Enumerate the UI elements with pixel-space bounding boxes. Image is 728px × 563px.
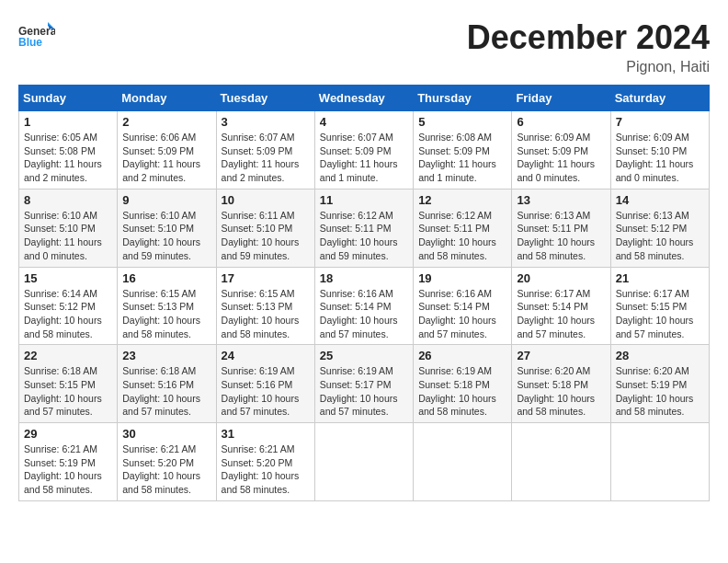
day-number: 11 bbox=[320, 193, 408, 207]
day-number: 29 bbox=[24, 427, 112, 441]
calendar-cell: 14 Sunrise: 6:13 AMSunset: 5:12 PMDaylig… bbox=[610, 189, 709, 267]
calendar-cell: 8 Sunrise: 6:10 AMSunset: 5:10 PMDayligh… bbox=[19, 189, 118, 267]
calendar-cell: 24 Sunrise: 6:19 AMSunset: 5:16 PMDaylig… bbox=[216, 345, 314, 423]
weekday-header-row: SundayMondayTuesdayWednesdayThursdayFrid… bbox=[19, 86, 710, 111]
day-number: 12 bbox=[418, 193, 506, 207]
day-info: Sunrise: 6:09 AMSunset: 5:09 PMDaylight:… bbox=[517, 131, 605, 185]
day-number: 4 bbox=[320, 115, 408, 129]
week-row-3: 15 Sunrise: 6:14 AMSunset: 5:12 PMDaylig… bbox=[19, 267, 710, 345]
calendar-cell: 9 Sunrise: 6:10 AMSunset: 5:10 PMDayligh… bbox=[118, 189, 216, 267]
day-number: 19 bbox=[418, 271, 506, 285]
day-info: Sunrise: 6:21 AMSunset: 5:19 PMDaylight:… bbox=[24, 442, 112, 497]
svg-text:Blue: Blue bbox=[18, 36, 42, 49]
calendar-cell: 23 Sunrise: 6:18 AMSunset: 5:16 PMDaylig… bbox=[118, 345, 216, 423]
day-number: 1 bbox=[24, 115, 112, 129]
calendar-cell: 6 Sunrise: 6:09 AMSunset: 5:09 PMDayligh… bbox=[512, 111, 610, 190]
day-info: Sunrise: 6:17 AMSunset: 5:14 PMDaylight:… bbox=[517, 287, 605, 341]
day-number: 8 bbox=[24, 193, 112, 207]
week-row-1: 1 Sunrise: 6:05 AMSunset: 5:08 PMDayligh… bbox=[19, 111, 710, 190]
calendar-cell: 17 Sunrise: 6:15 AMSunset: 5:13 PMDaylig… bbox=[216, 267, 314, 345]
weekday-header-sunday: Sunday bbox=[19, 86, 118, 111]
day-info: Sunrise: 6:18 AMSunset: 5:16 PMDaylight:… bbox=[122, 364, 210, 419]
calendar-cell bbox=[512, 423, 610, 501]
day-info: Sunrise: 6:10 AMSunset: 5:10 PMDaylight:… bbox=[122, 209, 210, 263]
calendar-cell: 21 Sunrise: 6:17 AMSunset: 5:15 PMDaylig… bbox=[610, 267, 709, 345]
day-number: 3 bbox=[222, 115, 310, 129]
weekday-header-saturday: Saturday bbox=[610, 86, 709, 111]
title-area: December 2024 Pignon, Haiti bbox=[467, 18, 710, 75]
logo-icon: General Blue bbox=[18, 18, 55, 55]
day-number: 26 bbox=[418, 349, 506, 362]
day-number: 7 bbox=[616, 115, 704, 129]
day-number: 25 bbox=[320, 349, 408, 362]
day-number: 13 bbox=[517, 193, 605, 207]
day-info: Sunrise: 6:10 AMSunset: 5:10 PMDaylight:… bbox=[24, 209, 112, 263]
calendar-cell: 2 Sunrise: 6:06 AMSunset: 5:09 PMDayligh… bbox=[118, 111, 216, 190]
calendar-cell: 10 Sunrise: 6:11 AMSunset: 5:10 PMDaylig… bbox=[216, 189, 314, 267]
calendar-cell: 20 Sunrise: 6:17 AMSunset: 5:14 PMDaylig… bbox=[512, 267, 610, 345]
day-number: 27 bbox=[517, 349, 605, 362]
day-info: Sunrise: 6:09 AMSunset: 5:10 PMDaylight:… bbox=[616, 131, 704, 185]
calendar-cell bbox=[414, 423, 512, 501]
day-number: 10 bbox=[222, 193, 310, 207]
weekday-header-friday: Friday bbox=[512, 86, 610, 111]
page-header: General Blue December 2024 Pignon, Haiti bbox=[18, 18, 710, 75]
calendar-cell: 31 Sunrise: 6:21 AMSunset: 5:20 PMDaylig… bbox=[216, 423, 314, 501]
day-info: Sunrise: 6:16 AMSunset: 5:14 PMDaylight:… bbox=[320, 287, 408, 341]
day-number: 24 bbox=[222, 349, 310, 362]
calendar-cell: 19 Sunrise: 6:16 AMSunset: 5:14 PMDaylig… bbox=[414, 267, 512, 345]
day-info: Sunrise: 6:05 AMSunset: 5:08 PMDaylight:… bbox=[24, 131, 112, 185]
location: Pignon, Haiti bbox=[467, 59, 710, 75]
day-info: Sunrise: 6:17 AMSunset: 5:15 PMDaylight:… bbox=[616, 287, 704, 341]
calendar-cell: 1 Sunrise: 6:05 AMSunset: 5:08 PMDayligh… bbox=[19, 111, 118, 190]
week-row-2: 8 Sunrise: 6:10 AMSunset: 5:10 PMDayligh… bbox=[19, 189, 710, 267]
day-info: Sunrise: 6:13 AMSunset: 5:12 PMDaylight:… bbox=[616, 209, 704, 263]
day-number: 16 bbox=[122, 271, 210, 285]
calendar-cell: 4 Sunrise: 6:07 AMSunset: 5:09 PMDayligh… bbox=[314, 111, 413, 190]
calendar-cell: 13 Sunrise: 6:13 AMSunset: 5:11 PMDaylig… bbox=[512, 189, 610, 267]
day-number: 5 bbox=[418, 115, 506, 129]
calendar-cell: 30 Sunrise: 6:21 AMSunset: 5:20 PMDaylig… bbox=[118, 423, 216, 501]
day-info: Sunrise: 6:08 AMSunset: 5:09 PMDaylight:… bbox=[418, 131, 506, 185]
day-number: 20 bbox=[517, 271, 605, 285]
weekday-header-thursday: Thursday bbox=[414, 86, 512, 111]
day-info: Sunrise: 6:07 AMSunset: 5:09 PMDaylight:… bbox=[222, 131, 310, 185]
day-info: Sunrise: 6:21 AMSunset: 5:20 PMDaylight:… bbox=[222, 442, 310, 497]
calendar-cell: 16 Sunrise: 6:15 AMSunset: 5:13 PMDaylig… bbox=[118, 267, 216, 345]
day-info: Sunrise: 6:21 AMSunset: 5:20 PMDaylight:… bbox=[122, 442, 210, 497]
day-number: 22 bbox=[24, 349, 112, 362]
day-info: Sunrise: 6:12 AMSunset: 5:11 PMDaylight:… bbox=[320, 209, 408, 263]
day-info: Sunrise: 6:20 AMSunset: 5:19 PMDaylight:… bbox=[616, 364, 704, 419]
day-number: 23 bbox=[122, 349, 210, 362]
month-title: December 2024 bbox=[467, 18, 710, 57]
weekday-header-monday: Monday bbox=[118, 86, 216, 111]
calendar-cell bbox=[610, 423, 709, 501]
day-number: 6 bbox=[517, 115, 605, 129]
calendar-cell: 22 Sunrise: 6:18 AMSunset: 5:15 PMDaylig… bbox=[19, 345, 118, 423]
calendar-cell: 11 Sunrise: 6:12 AMSunset: 5:11 PMDaylig… bbox=[314, 189, 413, 267]
weekday-header-wednesday: Wednesday bbox=[314, 86, 413, 111]
day-number: 21 bbox=[616, 271, 704, 285]
day-number: 2 bbox=[122, 115, 210, 129]
day-info: Sunrise: 6:13 AMSunset: 5:11 PMDaylight:… bbox=[517, 209, 605, 263]
day-info: Sunrise: 6:11 AMSunset: 5:10 PMDaylight:… bbox=[222, 209, 310, 263]
day-info: Sunrise: 6:15 AMSunset: 5:13 PMDaylight:… bbox=[222, 287, 310, 341]
logo: General Blue bbox=[18, 18, 59, 55]
day-number: 30 bbox=[122, 427, 210, 441]
day-number: 31 bbox=[222, 427, 310, 441]
day-info: Sunrise: 6:20 AMSunset: 5:18 PMDaylight:… bbox=[517, 364, 605, 419]
day-number: 14 bbox=[616, 193, 704, 207]
calendar-cell: 18 Sunrise: 6:16 AMSunset: 5:14 PMDaylig… bbox=[314, 267, 413, 345]
day-info: Sunrise: 6:12 AMSunset: 5:11 PMDaylight:… bbox=[418, 209, 506, 263]
week-row-5: 29 Sunrise: 6:21 AMSunset: 5:19 PMDaylig… bbox=[19, 423, 710, 501]
day-number: 15 bbox=[24, 271, 112, 285]
calendar-cell bbox=[314, 423, 413, 501]
day-info: Sunrise: 6:16 AMSunset: 5:14 PMDaylight:… bbox=[418, 287, 506, 341]
day-info: Sunrise: 6:15 AMSunset: 5:13 PMDaylight:… bbox=[122, 287, 210, 341]
weekday-header-tuesday: Tuesday bbox=[216, 86, 314, 111]
day-info: Sunrise: 6:19 AMSunset: 5:16 PMDaylight:… bbox=[222, 364, 310, 419]
day-number: 17 bbox=[222, 271, 310, 285]
calendar-cell: 27 Sunrise: 6:20 AMSunset: 5:18 PMDaylig… bbox=[512, 345, 610, 423]
calendar-cell: 15 Sunrise: 6:14 AMSunset: 5:12 PMDaylig… bbox=[19, 267, 118, 345]
day-info: Sunrise: 6:06 AMSunset: 5:09 PMDaylight:… bbox=[122, 131, 210, 185]
